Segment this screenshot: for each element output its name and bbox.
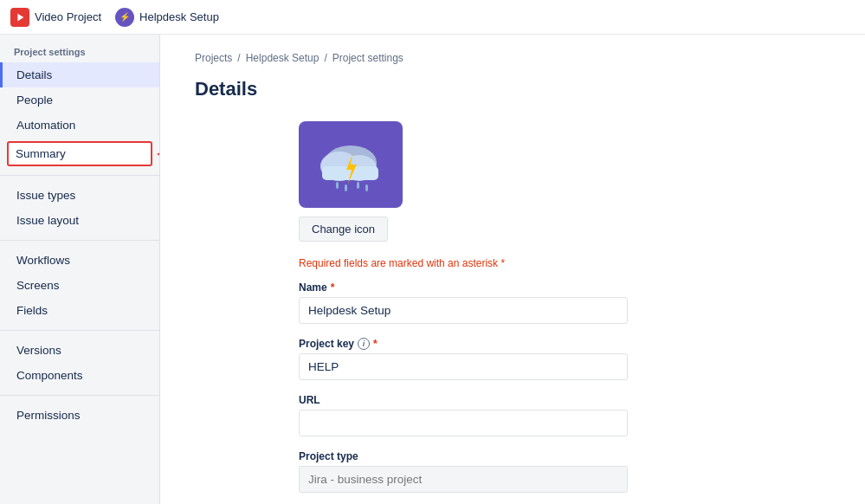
app2-entry[interactable]: ⚡ Helpdesk Setup bbox=[115, 8, 219, 27]
breadcrumb-sep2: / bbox=[324, 52, 326, 64]
sidebar-item-automation-label: Automation bbox=[16, 119, 75, 132]
sidebar-item-details[interactable]: Details bbox=[0, 62, 159, 87]
sidebar: Project settings Details People Automati… bbox=[0, 35, 160, 504]
sidebar-item-summary-label: Summary bbox=[16, 147, 66, 160]
divider-4 bbox=[0, 395, 159, 396]
sidebar-item-details-label: Details bbox=[16, 68, 52, 81]
svg-marker-0 bbox=[17, 13, 23, 21]
sidebar-item-permissions[interactable]: Permissions bbox=[0, 403, 159, 428]
form-group-project-key: Project key i * bbox=[299, 338, 628, 380]
sidebar-item-permissions-label: Permissions bbox=[16, 409, 81, 422]
svg-rect-10 bbox=[365, 184, 368, 191]
sidebar-item-fields[interactable]: Fields bbox=[0, 298, 159, 323]
name-input[interactable] bbox=[299, 297, 628, 324]
sidebar-item-workflows[interactable]: Workflows bbox=[0, 248, 159, 273]
sidebar-item-issue-types-label: Issue types bbox=[16, 189, 75, 202]
sidebar-item-components-label: Components bbox=[16, 369, 83, 382]
app2-label: Helpdesk Setup bbox=[139, 10, 219, 23]
svg-rect-7 bbox=[336, 182, 339, 189]
project-type-input bbox=[299, 466, 628, 493]
required-asterisk: * bbox=[500, 257, 505, 269]
sidebar-item-versions[interactable]: Versions bbox=[0, 338, 159, 363]
project-icon-svg bbox=[312, 130, 390, 199]
change-icon-button[interactable]: Change icon bbox=[299, 216, 388, 242]
top-bar: Video Project ⚡ Helpdesk Setup bbox=[0, 0, 865, 35]
divider-2 bbox=[0, 240, 159, 241]
sidebar-item-versions-label: Versions bbox=[16, 344, 61, 357]
project-icon-container bbox=[299, 121, 403, 208]
divider-1 bbox=[0, 175, 159, 176]
sidebar-item-automation[interactable]: Automation bbox=[0, 113, 159, 138]
breadcrumb-sep1: / bbox=[237, 52, 240, 64]
form-area: Change icon Required fields are marked w… bbox=[299, 121, 628, 493]
required-note: Required fields are marked with an aster… bbox=[299, 257, 628, 269]
content-area: Projects / Helpdesk Setup / Project sett… bbox=[160, 35, 865, 504]
sidebar-item-issue-layout[interactable]: Issue layout bbox=[0, 208, 159, 233]
sidebar-item-summary[interactable]: Summary bbox=[7, 141, 152, 166]
label-project-type: Project type bbox=[299, 450, 628, 462]
sidebar-item-components[interactable]: Components bbox=[0, 363, 159, 388]
svg-rect-9 bbox=[357, 182, 359, 189]
sidebar-item-issue-layout-label: Issue layout bbox=[16, 214, 79, 227]
sidebar-item-people[interactable]: People bbox=[0, 87, 159, 113]
url-input[interactable] bbox=[299, 410, 628, 436]
page-title: Details bbox=[195, 78, 830, 100]
project-key-required-star: * bbox=[373, 338, 378, 350]
breadcrumb-current: Project settings bbox=[332, 52, 403, 64]
sidebar-item-fields-label: Fields bbox=[16, 304, 48, 317]
label-name: Name * bbox=[299, 281, 628, 294]
app1-entry[interactable]: Video Project bbox=[10, 8, 101, 27]
breadcrumb: Projects / Helpdesk Setup / Project sett… bbox=[195, 52, 830, 64]
breadcrumb-projects[interactable]: Projects bbox=[195, 52, 232, 64]
required-note-text: Required fields are marked with an aster… bbox=[299, 257, 498, 269]
form-group-project-type: Project type bbox=[299, 450, 628, 493]
project-key-info-icon[interactable]: i bbox=[358, 338, 370, 350]
breadcrumb-helpdesk[interactable]: Helpdesk Setup bbox=[246, 52, 320, 64]
sidebar-item-people-label: People bbox=[16, 94, 53, 107]
app1-label: Video Project bbox=[35, 10, 101, 23]
project-key-input[interactable] bbox=[299, 353, 628, 380]
main-layout: Project settings Details People Automati… bbox=[0, 35, 865, 504]
svg-rect-8 bbox=[345, 184, 347, 191]
sidebar-section-title: Project settings bbox=[0, 35, 159, 62]
name-required-star: * bbox=[331, 281, 335, 294]
divider-3 bbox=[0, 330, 159, 331]
label-url: URL bbox=[299, 394, 628, 406]
label-project-key: Project key i * bbox=[299, 338, 628, 350]
sidebar-item-issue-types[interactable]: Issue types bbox=[0, 183, 159, 208]
sidebar-item-screens-label: Screens bbox=[16, 279, 60, 292]
form-group-url: URL bbox=[299, 394, 628, 436]
helpdesk-icon: ⚡ bbox=[115, 8, 134, 27]
sidebar-item-screens[interactable]: Screens bbox=[0, 273, 159, 298]
sidebar-item-workflows-label: Workflows bbox=[16, 254, 70, 267]
video-project-icon bbox=[10, 8, 29, 27]
form-group-name: Name * bbox=[299, 281, 628, 324]
